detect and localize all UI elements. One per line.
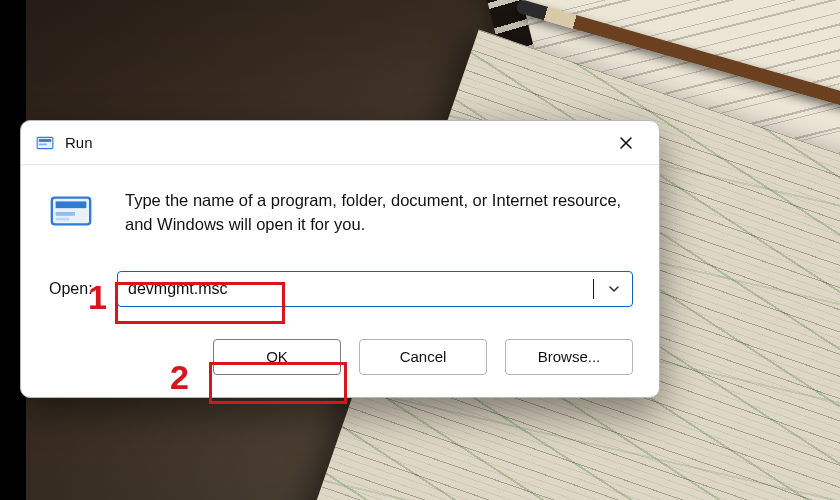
cancel-button[interactable]: Cancel — [359, 339, 487, 375]
run-title-icon — [35, 133, 55, 153]
open-input[interactable] — [118, 280, 599, 298]
open-dropdown-button[interactable] — [600, 275, 628, 303]
dialog-title: Run — [65, 134, 93, 151]
text-caret — [593, 279, 594, 299]
svg-rect-1 — [39, 139, 51, 142]
button-row: OK Cancel Browse... — [21, 313, 659, 397]
cancel-button-label: Cancel — [400, 348, 447, 365]
instruction-text: Type the name of a program, folder, docu… — [125, 187, 633, 237]
chevron-down-icon — [607, 282, 621, 296]
svg-rect-2 — [39, 143, 47, 145]
close-button[interactable] — [603, 126, 649, 160]
svg-rect-4 — [56, 201, 87, 208]
run-big-icon — [47, 187, 95, 235]
open-combobox[interactable] — [117, 271, 633, 307]
browse-button-label: Browse... — [538, 348, 601, 365]
ok-button[interactable]: OK — [213, 339, 341, 375]
open-label: Open: — [49, 280, 103, 298]
browse-button[interactable]: Browse... — [505, 339, 633, 375]
run-dialog: Run Type the name of a program, folder, … — [20, 120, 660, 398]
close-icon — [619, 136, 633, 150]
svg-rect-5 — [56, 212, 75, 216]
titlebar: Run — [21, 121, 659, 165]
svg-rect-6 — [56, 218, 69, 221]
ok-button-label: OK — [266, 348, 288, 365]
